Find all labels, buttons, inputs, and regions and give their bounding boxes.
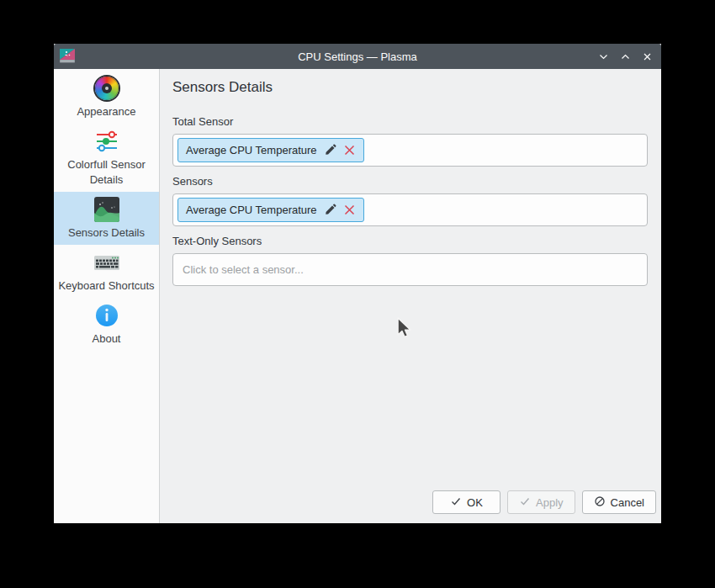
sidebar-item-label: Keyboard Shortcuts bbox=[58, 278, 154, 294]
check-icon bbox=[519, 495, 531, 510]
color-wheel-icon bbox=[93, 75, 120, 102]
plasma-settings-icon[interactable] bbox=[59, 48, 76, 65]
sidebar-item-label: Sensors Details bbox=[68, 225, 145, 241]
sidebar-item-about[interactable]: About bbox=[54, 298, 159, 351]
chevron-down-icon[interactable] bbox=[597, 50, 609, 62]
remove-x-icon[interactable] bbox=[343, 144, 356, 156]
check-icon bbox=[450, 495, 462, 510]
settings-window: CPU Settings — Plasma Appearance bbox=[54, 44, 661, 523]
total-sensor-label: Total Sensor bbox=[172, 115, 648, 128]
text-only-sensors-field bbox=[172, 253, 648, 286]
close-icon[interactable] bbox=[641, 50, 653, 62]
pencil-icon[interactable] bbox=[324, 144, 336, 156]
window-controls bbox=[597, 44, 653, 69]
area-chart-icon bbox=[93, 196, 120, 223]
sidebar-item-keyboard-shortcuts[interactable]: Keyboard Shortcuts bbox=[54, 245, 159, 298]
apply-button-label: Apply bbox=[536, 496, 564, 509]
total-sensor-field[interactable]: Average CPU Temperature bbox=[172, 134, 648, 167]
sensors-label: Sensors bbox=[172, 175, 648, 188]
keyboard-icon bbox=[93, 249, 120, 276]
window-title: CPU Settings — Plasma bbox=[298, 50, 417, 63]
ok-button-label: OK bbox=[467, 496, 483, 509]
sidebar-item-appearance[interactable]: Appearance bbox=[54, 71, 159, 124]
info-icon bbox=[93, 302, 120, 329]
text-only-sensors-input[interactable] bbox=[177, 254, 643, 285]
sensors-field[interactable]: Average CPU Temperature bbox=[172, 193, 648, 226]
cancel-button[interactable]: Cancel bbox=[582, 490, 656, 514]
main-content: Sensors Details Total Sensor Average CPU… bbox=[160, 69, 661, 523]
chevron-up-icon[interactable] bbox=[619, 50, 631, 62]
sidebar-item-label: Colorfull Sensor Details bbox=[56, 157, 156, 188]
cancel-icon bbox=[594, 495, 606, 510]
titlebar: CPU Settings — Plasma bbox=[54, 44, 661, 69]
text-only-sensors-label: Text-Only Sensors bbox=[172, 235, 648, 247]
sidebar-item-sensors-details[interactable]: Sensors Details bbox=[54, 192, 159, 245]
ok-button[interactable]: OK bbox=[432, 490, 500, 514]
sidebar-item-label: About bbox=[93, 331, 121, 347]
sidebar-item-colorfull-sensor-details[interactable]: Colorfull Sensor Details bbox=[54, 124, 159, 192]
pencil-icon[interactable] bbox=[324, 204, 336, 216]
remove-x-icon[interactable] bbox=[343, 204, 356, 216]
sidebar: Appearance Colorfull Sensor Details bbox=[54, 69, 160, 523]
sliders-icon bbox=[93, 128, 120, 155]
apply-button[interactable]: Apply bbox=[507, 490, 575, 514]
sidebar-item-label: Appearance bbox=[77, 104, 135, 119]
dialog-buttons: OK Apply Cancel bbox=[432, 490, 656, 514]
cancel-button-label: Cancel bbox=[611, 496, 644, 509]
sensors-chip: Average CPU Temperature bbox=[177, 198, 364, 222]
page-title: Sensors Details bbox=[172, 79, 648, 96]
chip-text: Average CPU Temperature bbox=[186, 144, 317, 156]
chip-text: Average CPU Temperature bbox=[186, 204, 317, 216]
total-sensor-chip: Average CPU Temperature bbox=[177, 138, 364, 162]
